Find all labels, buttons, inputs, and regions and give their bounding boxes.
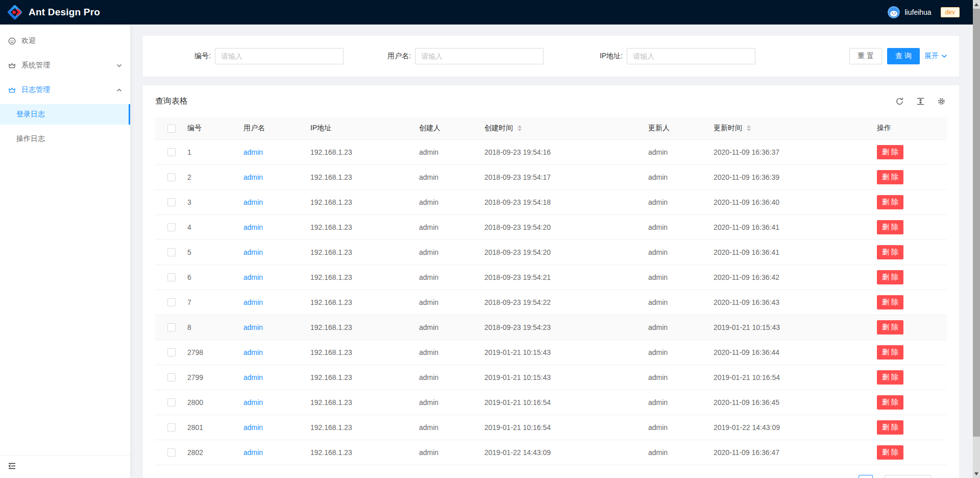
table-header-row: 编号 用户名 IP地址 创建人 创建时间 更新人 xyxy=(155,117,947,139)
username-field[interactable] xyxy=(415,48,544,64)
scrollbar-up-button[interactable] xyxy=(973,0,980,9)
username-link[interactable]: admin xyxy=(243,198,263,206)
delete-button[interactable]: 删 除 xyxy=(877,345,903,360)
delete-button[interactable]: 删 除 xyxy=(877,370,903,385)
column-header-updated-time-sorter[interactable]: 更新时间 xyxy=(714,124,751,133)
cell-updater: admin xyxy=(640,340,705,365)
chevron-down-icon xyxy=(116,63,122,68)
select-all-checkbox[interactable] xyxy=(167,125,176,133)
pagination-size-select[interactable] xyxy=(885,475,931,478)
app-root: Ant Design Pro liufeihua dev xyxy=(0,0,980,478)
gear-icon[interactable] xyxy=(937,97,946,106)
cell-updater: admin xyxy=(640,390,705,415)
username-link[interactable]: admin xyxy=(243,398,263,407)
username-link[interactable]: admin xyxy=(243,148,263,156)
row-checkbox[interactable] xyxy=(167,298,176,306)
delete-button[interactable]: 删 除 xyxy=(877,220,903,234)
expand-link[interactable]: 展开 xyxy=(924,52,947,61)
delete-button[interactable]: 删 除 xyxy=(877,445,903,460)
row-checkbox[interactable] xyxy=(167,248,176,256)
delete-button[interactable]: 删 除 xyxy=(877,420,903,435)
row-checkbox[interactable] xyxy=(167,348,176,356)
delete-button[interactable]: 删 除 xyxy=(877,270,903,284)
table-row: 2798 admin 192.168.1.23 admin 2019-01-21… xyxy=(155,340,947,365)
avatar[interactable] xyxy=(888,6,900,18)
scrollbar-down-button[interactable] xyxy=(973,469,980,478)
crown-icon xyxy=(8,86,16,94)
sidebar-menu: 欢迎 系统管理 xyxy=(0,25,130,455)
row-checkbox[interactable] xyxy=(167,373,176,381)
row-checkbox[interactable] xyxy=(167,173,176,181)
logo[interactable]: Ant Design Pro xyxy=(0,5,100,20)
reset-button[interactable]: 重 置 xyxy=(849,48,882,64)
table-row: 8 admin 192.168.1.23 admin 2018-09-23 19… xyxy=(155,315,947,340)
user-name[interactable]: liufeihua xyxy=(904,8,931,16)
reload-icon[interactable] xyxy=(895,97,904,106)
cell-creator: admin xyxy=(411,415,476,440)
row-checkbox[interactable] xyxy=(167,198,176,206)
ip-field[interactable] xyxy=(627,48,755,64)
scrollbar-thumb[interactable] xyxy=(973,9,980,437)
username-link[interactable]: admin xyxy=(243,423,263,432)
username-link[interactable]: admin xyxy=(243,448,263,457)
delete-button[interactable]: 删 除 xyxy=(877,295,903,309)
table-row: 4 admin 192.168.1.23 admin 2018-09-23 19… xyxy=(155,214,947,240)
column-header-created-time-sorter[interactable]: 创建时间 xyxy=(484,124,522,133)
sort-caret-up-icon xyxy=(747,125,751,128)
cell-creator: admin xyxy=(411,139,476,164)
pagination-page-button[interactable] xyxy=(859,475,873,478)
density-icon[interactable] xyxy=(916,97,925,106)
cell-creator: admin xyxy=(411,290,476,315)
delete-button[interactable]: 删 除 xyxy=(877,170,903,184)
data-table: 编号 用户名 IP地址 创建人 创建时间 更新人 xyxy=(155,117,947,465)
username-link[interactable]: admin xyxy=(243,173,263,181)
cell-ip: 192.168.1.23 xyxy=(302,265,411,290)
cell-id: 1 xyxy=(179,139,235,164)
username-link[interactable]: admin xyxy=(243,298,263,306)
row-checkbox[interactable] xyxy=(167,423,176,432)
cell-ip: 192.168.1.23 xyxy=(302,214,411,240)
cell-updated-time: 2019-01-22 14:43:09 xyxy=(705,415,869,440)
row-checkbox[interactable] xyxy=(167,273,176,281)
row-checkbox[interactable] xyxy=(167,398,176,407)
cell-updater: admin xyxy=(640,315,705,340)
sidebar-item-login-log[interactable]: 登录日志 xyxy=(0,104,130,125)
cell-updater: admin xyxy=(640,139,705,164)
table-row: 6 admin 192.168.1.23 admin 2018-09-23 19… xyxy=(155,265,947,290)
username-link[interactable]: admin xyxy=(243,273,263,281)
cell-updated-time: 2020-11-09 16:36:41 xyxy=(705,240,869,265)
cell-created-time: 2018-09-23 19:54:22 xyxy=(476,290,640,315)
row-checkbox[interactable] xyxy=(167,448,176,457)
sidebar-item-welcome[interactable]: 欢迎 xyxy=(0,31,130,51)
row-checkbox[interactable] xyxy=(167,323,176,331)
username-link[interactable]: admin xyxy=(243,348,263,356)
sidebar-item-log-management[interactable]: 日志管理 xyxy=(0,80,130,100)
delete-button[interactable]: 删 除 xyxy=(877,195,903,209)
delete-button[interactable]: 删 除 xyxy=(877,245,903,259)
table-row: 2800 admin 192.168.1.23 admin 2019-01-21… xyxy=(155,390,947,415)
cell-id: 3 xyxy=(179,189,235,214)
username-link[interactable]: admin xyxy=(243,223,263,231)
delete-button[interactable]: 删 除 xyxy=(877,320,903,334)
query-button[interactable]: 查 询 xyxy=(887,48,920,64)
cell-updater: admin xyxy=(640,290,705,315)
table-row: 1 admin 192.168.1.23 admin 2018-09-23 19… xyxy=(155,139,947,164)
cell-updated-time: 2020-11-09 16:36:44 xyxy=(705,340,869,365)
id-field[interactable] xyxy=(215,48,344,64)
cell-updated-time: 2020-11-09 16:36:41 xyxy=(705,214,869,240)
username-link[interactable]: admin xyxy=(243,248,263,256)
row-checkbox[interactable] xyxy=(167,148,176,156)
menu-fold-icon[interactable] xyxy=(8,462,16,472)
cell-id: 2798 xyxy=(179,340,235,365)
sidebar-item-operation-log[interactable]: 操作日志 xyxy=(0,129,130,149)
cell-id: 2 xyxy=(179,164,235,189)
row-checkbox[interactable] xyxy=(167,223,176,231)
cell-id: 5 xyxy=(179,240,235,265)
username-link[interactable]: admin xyxy=(243,323,263,331)
sidebar-item-system-management[interactable]: 系统管理 xyxy=(0,55,130,76)
username-link[interactable]: admin xyxy=(243,373,263,381)
delete-button[interactable]: 删 除 xyxy=(877,145,903,159)
cell-updater: admin xyxy=(640,240,705,265)
cell-updated-time: 2020-11-09 16:36:45 xyxy=(705,390,869,415)
delete-button[interactable]: 删 除 xyxy=(877,395,903,410)
